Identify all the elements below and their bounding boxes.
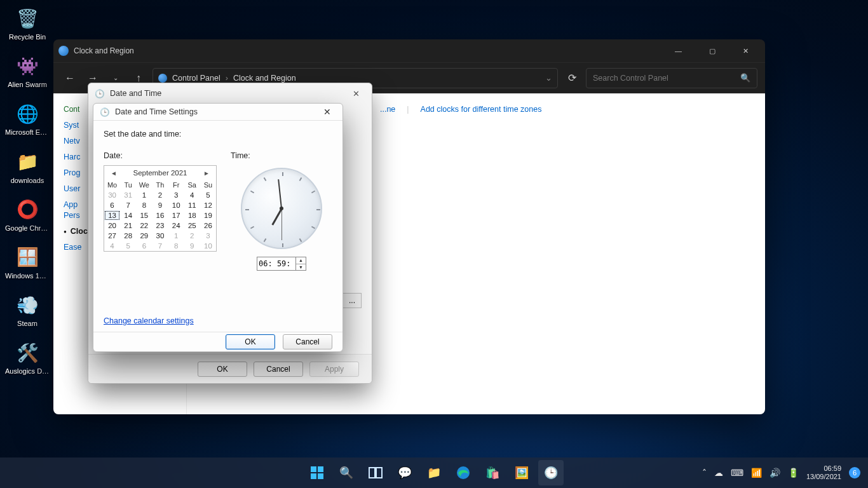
- calendar-day[interactable]: 10: [168, 200, 184, 210]
- calendar-day[interactable]: 4: [104, 241, 120, 251]
- calendar-day[interactable]: 30: [152, 231, 168, 241]
- edge-button[interactable]: [451, 460, 476, 485]
- desktop-icon[interactable]: 🌐Microsoft Edge: [5, 100, 50, 137]
- calendar-day[interactable]: 1: [136, 190, 152, 200]
- calendar-day[interactable]: 1: [168, 231, 184, 241]
- close-button[interactable]: ✕: [346, 85, 365, 102]
- task-view-button[interactable]: [363, 460, 388, 485]
- desktop-icon[interactable]: ⭕Google Chrome: [5, 196, 50, 233]
- calendar-day[interactable]: 8: [136, 200, 152, 210]
- close-button[interactable]: ✕: [318, 104, 336, 120]
- next-month-button[interactable]: ►: [201, 170, 212, 177]
- calendar-day[interactable]: 17: [168, 210, 184, 220]
- volume-icon[interactable]: 🔊: [770, 468, 780, 478]
- start-button[interactable]: [304, 460, 330, 485]
- calendar-day[interactable]: 2: [152, 190, 168, 200]
- calendar-day[interactable]: 13: [104, 210, 120, 220]
- ok-button[interactable]: OK: [226, 334, 275, 349]
- refresh-button[interactable]: ⟳: [563, 69, 581, 87]
- desktop-icon[interactable]: 💨Steam: [5, 292, 50, 328]
- calendar-day[interactable]: 31: [120, 190, 136, 200]
- search-input[interactable]: [593, 74, 735, 83]
- calendar-day[interactable]: 20: [104, 220, 120, 231]
- date-time-taskbar-button[interactable]: 🕒: [538, 460, 564, 485]
- chat-button[interactable]: 💬: [392, 460, 417, 485]
- close-button[interactable]: ✕: [731, 41, 760, 60]
- change-calendar-link[interactable]: Change calendar settings: [104, 316, 194, 325]
- dts-titlebar[interactable]: 🕒 Date and Time Settings ✕: [93, 104, 342, 121]
- time-input[interactable]: [257, 257, 296, 271]
- calendar-month[interactable]: September 2021: [133, 169, 187, 177]
- search-icon[interactable]: 🔍: [740, 73, 750, 83]
- dt-titlebar[interactable]: 🕒 Date and Time ✕: [88, 83, 372, 104]
- task-link-add-clocks[interactable]: Add clocks for different time zones: [421, 105, 542, 114]
- calendar-day[interactable]: 28: [120, 231, 136, 241]
- calendar-day[interactable]: 16: [152, 210, 168, 220]
- minimize-button[interactable]: —: [664, 41, 693, 60]
- calendar-day[interactable]: 7: [152, 241, 168, 251]
- ok-button[interactable]: OK: [198, 362, 247, 377]
- time-spinner[interactable]: ▲▼: [296, 257, 306, 271]
- calendar-day[interactable]: 5: [200, 190, 216, 200]
- photos-button[interactable]: 🖼️: [509, 460, 534, 485]
- calendar-day[interactable]: 22: [136, 220, 152, 231]
- notification-badge[interactable]: 6: [849, 467, 860, 478]
- calendar-day[interactable]: 18: [184, 210, 200, 220]
- desktop-icon[interactable]: 🪟Windows 10 Update As...: [5, 244, 50, 280]
- cp-titlebar[interactable]: Clock and Region — ▢ ✕: [53, 39, 765, 62]
- back-button[interactable]: ←: [61, 69, 79, 87]
- desktop-icon[interactable]: 🛠️Auslogics Driver U...: [5, 339, 50, 376]
- wifi-icon[interactable]: 📶: [751, 468, 762, 478]
- calendar-day[interactable]: 10: [200, 241, 216, 251]
- calendar-day[interactable]: 4: [184, 190, 200, 200]
- task-link-partial[interactable]: ...ne: [380, 105, 395, 114]
- calendar-day[interactable]: 14: [120, 210, 136, 220]
- file-explorer-button[interactable]: 📁: [421, 460, 447, 485]
- calendar-day[interactable]: 15: [136, 210, 152, 220]
- battery-icon[interactable]: 🔋: [788, 468, 799, 478]
- calendar-day[interactable]: 3: [168, 190, 184, 200]
- prev-month-button[interactable]: ◄: [108, 170, 119, 177]
- onedrive-icon[interactable]: ☁: [714, 468, 723, 478]
- calendar-day[interactable]: 8: [168, 241, 184, 251]
- search-bar[interactable]: 🔍: [586, 68, 757, 88]
- calendar[interactable]: ◄ September 2021 ► MoTuWeThFrSaSu3031123…: [104, 165, 217, 252]
- calendar-day[interactable]: 26: [200, 220, 216, 231]
- desktop-icon[interactable]: 👾Alien Swarm: [5, 53, 50, 89]
- calendar-day[interactable]: 19: [200, 210, 216, 220]
- chevron-down-icon[interactable]: ⌄: [545, 73, 552, 83]
- calendar-day[interactable]: 9: [184, 241, 200, 251]
- desktop-icon[interactable]: 📁downloads: [5, 149, 50, 185]
- calendar-day[interactable]: 12: [200, 200, 216, 210]
- tray-overflow-icon[interactable]: ˄: [702, 468, 707, 478]
- calendar-day[interactable]: 23: [152, 220, 168, 231]
- calendar-day[interactable]: 27: [104, 231, 120, 241]
- calendar-day[interactable]: 7: [120, 200, 136, 210]
- calendar-day[interactable]: 2: [184, 231, 200, 241]
- tray-clock[interactable]: 06:59 13/09/2021: [806, 464, 841, 481]
- maximize-button[interactable]: ▢: [698, 41, 726, 60]
- calendar-day[interactable]: 9: [152, 200, 168, 210]
- overflow-button[interactable]: ...: [342, 293, 362, 308]
- calendar-day[interactable]: 3: [200, 231, 216, 241]
- time-label: Time:: [231, 151, 250, 160]
- cancel-button[interactable]: Cancel: [283, 334, 332, 349]
- calendar-day[interactable]: 21: [120, 220, 136, 231]
- calendar-day[interactable]: 24: [168, 220, 184, 231]
- cancel-button[interactable]: Cancel: [254, 362, 303, 377]
- calendar-day[interactable]: 25: [184, 220, 200, 231]
- calendar-day[interactable]: 6: [104, 200, 120, 210]
- calendar-day[interactable]: 6: [136, 241, 152, 251]
- system-tray[interactable]: ˄ ☁ ⌨ 📶 🔊 🔋 06:59 13/09/2021 6: [702, 464, 868, 481]
- desktop-icon[interactable]: 🗑️Recycle Bin: [5, 5, 50, 41]
- calendar-day[interactable]: 11: [184, 200, 200, 210]
- calendar-day[interactable]: 29: [136, 231, 152, 241]
- keyboard-icon[interactable]: ⌨: [731, 468, 743, 478]
- taskbar[interactable]: 🔍 💬 📁 🛍️ 🖼️ 🕒 ˄ ☁ ⌨ 📶 🔊 🔋 06:59 13/09/20…: [0, 458, 868, 488]
- calendar-day[interactable]: 5: [120, 241, 136, 251]
- search-button[interactable]: 🔍: [334, 460, 359, 485]
- desktop-icon-label: Google Chrome: [5, 224, 50, 233]
- location-icon: [158, 74, 167, 83]
- store-button[interactable]: 🛍️: [480, 460, 505, 485]
- calendar-day[interactable]: 30: [104, 190, 120, 200]
